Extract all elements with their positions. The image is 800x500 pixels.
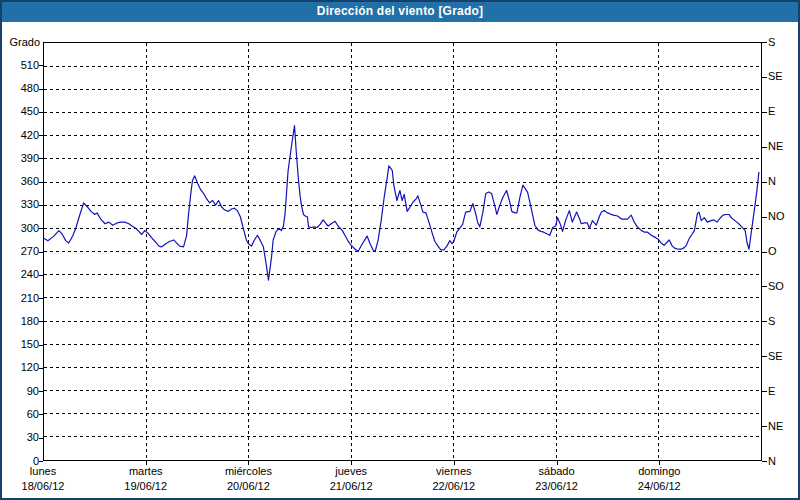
y-axis-left-tick-mark	[39, 275, 43, 276]
y-axis-left-tick-mark	[39, 321, 43, 322]
day-name: viernes	[436, 465, 471, 477]
x-axis-tick-mark	[351, 461, 352, 465]
y-axis-left-tick-mark	[39, 414, 43, 415]
y-axis-left-tick-label: 510	[0, 59, 39, 72]
y-axis-left-tick-mark	[39, 298, 43, 299]
x-axis-day-label: sábado23/06/12	[502, 464, 612, 494]
x-axis-tick-mark	[557, 461, 558, 465]
y-axis-right-tick-label: E	[768, 105, 775, 118]
y-axis-left-tick-mark	[39, 65, 43, 66]
day-date: 23/06/12	[502, 479, 612, 494]
y-axis-right-tick-label: NE	[768, 420, 783, 433]
y-axis-right-tick-mark	[762, 182, 767, 183]
day-name: miércoles	[225, 465, 272, 477]
y-axis-right-tick-mark	[762, 426, 767, 427]
y-axis-right-tick-mark	[762, 42, 767, 43]
y-axis-right-tick-label: O	[768, 245, 777, 258]
day-name: jueves	[335, 465, 367, 477]
y-axis-right-tick-label: S	[768, 315, 775, 328]
plot-area	[43, 42, 762, 461]
y-axis-right-tick-mark	[762, 356, 767, 357]
y-axis-left-tick-mark	[39, 345, 43, 346]
day-date: 18/06/12	[0, 479, 98, 494]
y-axis-left-tick-mark	[39, 182, 43, 183]
y-axis-left-tick-label: 210	[0, 292, 39, 305]
day-date: 19/06/12	[91, 479, 201, 494]
y-axis-left-tick-label: 150	[0, 338, 39, 351]
plot-svg	[44, 43, 761, 460]
y-axis-left-tick-label: 390	[0, 152, 39, 165]
y-axis-left-tick-label: 60	[0, 408, 39, 421]
y-axis-left-tick-mark	[39, 205, 43, 206]
day-name: lunes	[30, 465, 56, 477]
y-axis-left-tick-label: 360	[0, 175, 39, 188]
x-axis-day-label: jueves21/06/12	[296, 464, 406, 494]
y-axis-right-tick-mark	[762, 147, 767, 148]
x-axis-day-label: lunes18/06/12	[0, 464, 98, 494]
y-axis-left-tick-label: 450	[0, 105, 39, 118]
y-axis-right-tick-label: SO	[768, 280, 784, 293]
y-axis-left-tick-mark	[39, 438, 43, 439]
x-axis-day-label: viernes22/06/12	[399, 464, 509, 494]
y-axis-right-tick-mark	[762, 77, 767, 78]
y-axis-left-tick-mark	[39, 252, 43, 253]
y-axis-right-tick-label: E	[768, 385, 775, 398]
wind-direction-chart-window: Dirección del viento [Grado] Grado 03060…	[0, 0, 800, 500]
y-axis-left-tick-label: 120	[0, 361, 39, 374]
x-axis-day-label: martes19/06/12	[91, 464, 201, 494]
y-axis-left-tick-label: 270	[0, 245, 39, 258]
x-axis-day-label: domingo24/06/12	[604, 464, 714, 494]
page-title: Dirección del viento [Grado]	[317, 4, 483, 18]
title-bar: Dirección del viento [Grado]	[0, 0, 800, 22]
y-axis-unit-label: Grado	[0, 36, 40, 48]
y-axis-left-tick-mark	[39, 391, 43, 392]
y-axis-left-tick-label: 300	[0, 222, 39, 235]
y-axis-left-tick-label: 330	[0, 198, 39, 211]
y-axis-left-tick-mark	[39, 368, 43, 369]
y-axis-left-tick-label: 180	[0, 315, 39, 328]
day-name: martes	[129, 465, 163, 477]
y-axis-right-tick-mark	[762, 286, 767, 287]
y-axis-right-tick-label: NO	[768, 210, 785, 223]
y-axis-right-tick-label: SE	[768, 70, 783, 83]
day-name: sábado	[539, 465, 575, 477]
y-axis-left-tick-mark	[39, 112, 43, 113]
x-axis-day-label: miércoles20/06/12	[193, 464, 303, 494]
y-axis-right-tick-mark	[762, 112, 767, 113]
x-axis-tick-mark	[659, 461, 660, 465]
y-axis-left-tick-mark	[39, 135, 43, 136]
y-axis-left-tick-label: 480	[0, 82, 39, 95]
y-axis-right-tick-label: N	[768, 455, 776, 468]
y-axis-right-tick-mark	[762, 321, 767, 322]
day-date: 24/06/12	[604, 479, 714, 494]
day-date: 20/06/12	[193, 479, 303, 494]
x-axis-tick-mark	[146, 461, 147, 465]
y-axis-left-tick-mark	[39, 89, 43, 90]
x-axis-tick-mark	[248, 461, 249, 465]
y-axis-right-tick-mark	[762, 252, 767, 253]
y-axis-left-tick-mark	[39, 158, 43, 159]
x-axis-tick-mark	[454, 461, 455, 465]
day-date: 22/06/12	[399, 479, 509, 494]
wind-direction-line	[44, 126, 759, 280]
y-axis-left-tick-label: 90	[0, 385, 39, 398]
y-axis-left-tick-label: 240	[0, 268, 39, 281]
y-axis-right-tick-label: S	[768, 36, 775, 49]
y-axis-left-tick-mark	[39, 461, 43, 462]
y-axis-right-tick-label: N	[768, 175, 776, 188]
y-axis-left-tick-label: 420	[0, 129, 39, 142]
y-axis-right-tick-mark	[762, 217, 767, 218]
day-name: domingo	[638, 465, 680, 477]
y-axis-right-tick-mark	[762, 461, 767, 462]
y-axis-right-tick-label: SE	[768, 350, 783, 363]
y-axis-right-tick-label: NE	[768, 140, 783, 153]
y-axis-left-tick-label: 30	[0, 431, 39, 444]
y-axis-right-tick-mark	[762, 391, 767, 392]
y-axis-left-tick-mark	[39, 228, 43, 229]
day-date: 21/06/12	[296, 479, 406, 494]
